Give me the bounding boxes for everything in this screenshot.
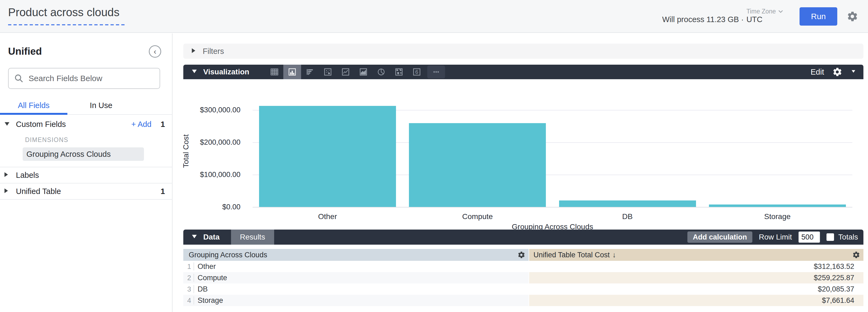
viz-type-line-icon[interactable] bbox=[337, 65, 354, 79]
viz-type-scatter-icon[interactable] bbox=[319, 65, 337, 79]
caret-down-icon[interactable] bbox=[191, 234, 197, 240]
custom-fields-section: Custom Fields + Add 1 DIMENSIONS Groupin… bbox=[0, 115, 173, 167]
row-number: 1 bbox=[183, 262, 194, 271]
row-limit-label: Row Limit bbox=[759, 233, 792, 241]
page-title[interactable]: Product across clouds bbox=[8, 6, 119, 19]
results-table: Grouping Across Clouds Unified Table Tot… bbox=[183, 249, 863, 306]
column-header-grouping-across-clouds[interactable]: Grouping Across Clouds bbox=[183, 249, 529, 261]
caret-down-icon bbox=[4, 121, 12, 127]
labels-section-header[interactable]: Labels bbox=[0, 167, 173, 183]
viz-type-picker: 6 bbox=[266, 65, 445, 79]
caret-right-icon bbox=[191, 48, 196, 55]
viz-gear-icon[interactable] bbox=[832, 67, 842, 77]
tab-results[interactable]: Results bbox=[231, 229, 274, 245]
custom-fields-header[interactable]: Custom Fields + Add 1 bbox=[0, 116, 173, 132]
viz-type-area-icon[interactable] bbox=[354, 65, 372, 79]
measure-cell[interactable]: $259,225.87 bbox=[529, 272, 863, 283]
timezone-label: Time Zone bbox=[746, 8, 776, 15]
dimension-cell[interactable]: Storage bbox=[194, 297, 223, 305]
table-row: 4 Storage $7,661.64 bbox=[183, 295, 863, 306]
viz-type-table-icon[interactable] bbox=[266, 65, 283, 79]
dimensions-group-label: DIMENSIONS bbox=[25, 136, 173, 144]
column-gear-icon[interactable] bbox=[852, 251, 860, 259]
field-tabs: All Fields In Use bbox=[0, 97, 173, 115]
dimension-cell[interactable]: Other bbox=[194, 262, 216, 271]
bar-compute[interactable] bbox=[409, 123, 546, 207]
field-grouping-across-clouds[interactable]: Grouping Across Clouds bbox=[23, 147, 144, 161]
title-edit-underline bbox=[8, 24, 127, 25]
table-header-row: Grouping Across Clouds Unified Table Tot… bbox=[183, 249, 863, 261]
unified-table-count: 1 bbox=[161, 187, 165, 196]
field-search-box bbox=[8, 68, 160, 89]
measure-cell[interactable]: $20,085.37 bbox=[529, 283, 863, 295]
viz-type-column-icon[interactable] bbox=[283, 65, 301, 79]
caret-right-icon bbox=[4, 188, 12, 195]
custom-fields-count: 1 bbox=[161, 120, 165, 129]
row-limit-input[interactable] bbox=[799, 231, 820, 243]
unified-table-section-header[interactable]: Unified Table 1 bbox=[0, 184, 173, 199]
add-calculation-button[interactable]: Add calculation bbox=[687, 231, 752, 243]
row-number: 2 bbox=[183, 274, 194, 282]
field-picker-sidebar: Unified ‹ All Fields In Use Custom Field… bbox=[0, 33, 173, 312]
row-number: 4 bbox=[183, 297, 194, 305]
table-row: 3 DB $20,085.37 bbox=[183, 283, 863, 295]
chart-plot-area bbox=[253, 95, 852, 208]
explore-name: Unified bbox=[8, 46, 42, 57]
x-axis-category-label: Other bbox=[253, 212, 402, 221]
svg-text:6: 6 bbox=[415, 69, 418, 75]
gridline bbox=[253, 207, 852, 208]
viz-type-pie-icon[interactable] bbox=[372, 65, 390, 79]
caret-right-icon bbox=[4, 171, 12, 179]
viz-type-bar-icon[interactable] bbox=[301, 65, 319, 79]
x-axis-category-label: DB bbox=[553, 212, 703, 221]
tab-all-fields[interactable]: All Fields bbox=[0, 97, 67, 114]
totals-label: Totals bbox=[838, 233, 858, 241]
divider bbox=[0, 199, 173, 200]
chevron-down-icon bbox=[778, 10, 783, 13]
top-bar: Product across clouds Will process 11.23… bbox=[0, 0, 868, 33]
collapse-sidebar-icon[interactable]: ‹ bbox=[149, 45, 161, 58]
caret-down-icon[interactable] bbox=[850, 69, 857, 75]
viz-type-more-icon[interactable] bbox=[427, 65, 445, 79]
measure-cell[interactable]: $7,661.64 bbox=[529, 295, 863, 306]
caret-down-icon[interactable] bbox=[191, 69, 197, 75]
y-axis-tick-label: $100,000.00 bbox=[173, 170, 241, 179]
x-axis-category-label: Storage bbox=[703, 212, 852, 221]
y-axis-tick-label: $0.00 bbox=[173, 203, 241, 211]
x-axis-category-label: Compute bbox=[402, 212, 552, 221]
data-title: Data bbox=[203, 233, 220, 241]
column-chart: Total Cost $0.00$100,000.00$200,000.00$3… bbox=[173, 79, 868, 230]
timezone-value: UTC bbox=[746, 15, 763, 25]
search-icon bbox=[14, 73, 24, 83]
filters-section-header[interactable]: Filters bbox=[183, 44, 863, 59]
search-input[interactable] bbox=[29, 74, 154, 83]
timezone-dropdown[interactable]: Time Zone UTC bbox=[746, 8, 783, 25]
add-custom-field-link[interactable]: + Add bbox=[131, 120, 152, 129]
column-gear-icon[interactable] bbox=[517, 251, 525, 259]
data-actions: Add calculation Row Limit Totals bbox=[687, 231, 858, 243]
explore-gear-icon[interactable] bbox=[846, 10, 858, 22]
bar-storage[interactable] bbox=[709, 205, 846, 207]
row-number: 3 bbox=[183, 285, 194, 293]
column-header-unified-table-total-cost[interactable]: Unified Table Total Cost ↓ bbox=[529, 249, 863, 261]
viz-type-map-icon[interactable] bbox=[390, 65, 408, 79]
viz-edit-button[interactable]: Edit bbox=[811, 68, 824, 76]
dimension-cell[interactable]: Compute bbox=[194, 274, 227, 282]
viz-type-single-value-icon[interactable]: 6 bbox=[408, 65, 426, 79]
y-axis-tick-label: $200,000.00 bbox=[173, 138, 241, 147]
bar-other[interactable] bbox=[259, 106, 396, 207]
sort-desc-icon: ↓ bbox=[613, 251, 616, 259]
data-section-header: Data Results Add calculation Row Limit T… bbox=[183, 229, 863, 245]
totals-checkbox[interactable] bbox=[827, 233, 834, 241]
query-process-info: Will process 11.23 GB · Time Zone UTC bbox=[662, 8, 783, 25]
tab-in-use[interactable]: In Use bbox=[67, 97, 135, 114]
topbar-actions: Will process 11.23 GB · Time Zone UTC Ru… bbox=[662, 0, 858, 33]
bar-db[interactable] bbox=[559, 200, 696, 207]
visualization-section-header: Visualization bbox=[183, 65, 863, 79]
process-size-text: Will process 11.23 GB · bbox=[662, 15, 743, 25]
y-axis-tick-label: $300,000.00 bbox=[173, 106, 241, 114]
table-row: 1 Other $312,163.52 bbox=[183, 261, 863, 272]
run-button[interactable]: Run bbox=[800, 7, 837, 26]
dimension-cell[interactable]: DB bbox=[194, 285, 208, 293]
measure-cell[interactable]: $312,163.52 bbox=[529, 261, 863, 272]
